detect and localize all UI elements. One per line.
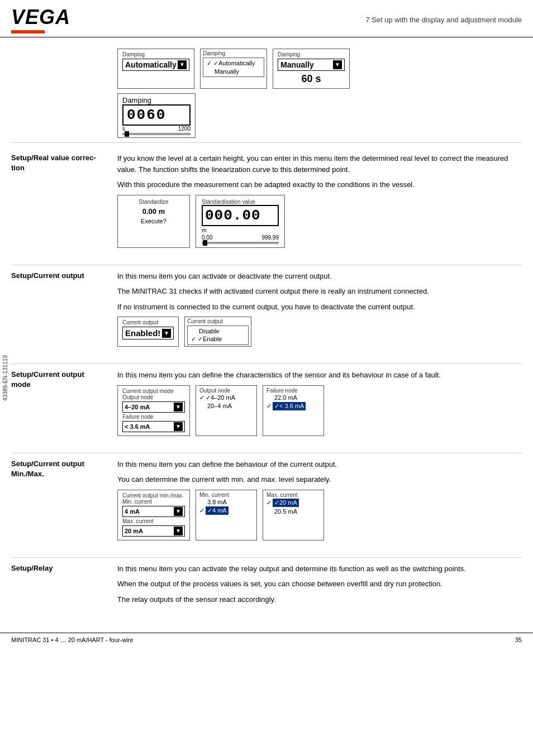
- minmax-title1: Current output min./max.: [122, 492, 185, 499]
- damping-menu-manual[interactable]: Manually: [207, 68, 260, 75]
- std-value: 0.00 m: [123, 207, 184, 216]
- max-menu-val2[interactable]: 20.5 mA: [266, 508, 320, 515]
- std-label: Standardize: [123, 199, 184, 205]
- min-menu-val2[interactable]: ✓4 mA: [199, 506, 253, 515]
- damping-sixty-s: 60 s: [278, 73, 345, 85]
- com-val1-row[interactable]: 4–20 mA ▼: [122, 401, 185, 413]
- com-val2-row[interactable]: < 3.6 mA ▼: [122, 421, 185, 432]
- min-menu-label: Min. current: [199, 492, 253, 498]
- minmax-text2: You can determine the current with min. …: [117, 474, 522, 485]
- std-unit: m: [202, 227, 206, 233]
- com-widgets: Current output mode Output node 4–20 mA …: [117, 385, 522, 436]
- page-body: Damping Automatically ▼ Damping ✓Automat…: [0, 37, 533, 627]
- damping-menu-label: Damping: [203, 50, 264, 56]
- com-arrow1: ▼: [174, 403, 183, 412]
- co-menu: Disable ✓Enable: [187, 326, 249, 345]
- minmax-max-row[interactable]: 20 mA ▼: [122, 525, 185, 537]
- std-slider[interactable]: [202, 242, 279, 244]
- com-out-val1[interactable]: ✓4–20 mA: [199, 394, 253, 402]
- co-menu-box: Current output Disable ✓Enable: [184, 317, 251, 347]
- minmax-max-menu: Max. current ✓20 mA 20.5 mA: [263, 490, 324, 540]
- com-f1[interactable]: 22.0 mA: [266, 394, 320, 401]
- damping-num-label: Damping: [122, 96, 191, 104]
- damping-widget-manually: Damping Manually ▼ 60 s: [273, 49, 350, 89]
- damping-slider-track[interactable]: [122, 133, 191, 135]
- damping-value-1: Automatically: [125, 60, 177, 69]
- minmax-max-val: 20 mA: [125, 528, 143, 534]
- damping-label-1: Damping: [122, 51, 189, 58]
- damping-dropdown-2[interactable]: Manually ▼: [278, 59, 345, 71]
- co-value-text: Enabled!: [125, 328, 160, 338]
- minmax-min-val: 4 mA: [125, 508, 140, 515]
- real-value-section: Setup/Real value correc-tion If you know…: [11, 147, 522, 252]
- com-output-menu: Output node ✓4–20 mA 20–4 mA: [196, 385, 257, 436]
- com-out-val2[interactable]: 20–4 mA: [199, 402, 253, 410]
- dropdown-arrow-1: ▼: [178, 60, 187, 69]
- minmax-min-row[interactable]: 4 mA ▼: [122, 506, 185, 517]
- damping-range-max: 1200: [178, 126, 191, 132]
- com-content: In this menu item you can define the cha…: [117, 370, 522, 441]
- minmax-min-menu: Min. current 3.8 mA ✓4 mA: [196, 490, 257, 540]
- minmax-section: Setup/Current outputMin./Max. In this me…: [11, 453, 522, 545]
- logo-bar: [11, 30, 45, 34]
- real-value-content: If you know the level at a certain heigh…: [117, 153, 522, 252]
- side-label: 43389-EN-131119: [2, 355, 8, 401]
- com-title1a: Current output mode: [122, 388, 185, 394]
- main-content: Damping Automatically ▼ Damping ✓Automat…: [11, 37, 522, 627]
- com-f2[interactable]: ✓< 3.6 mA: [266, 401, 320, 411]
- relay-content: In this menu item you can activate the r…: [117, 563, 522, 610]
- current-output-content: In this menu item you can activate or de…: [117, 271, 522, 352]
- damping-value-2: Manually: [280, 60, 314, 69]
- com-val1: 4–20 mA: [125, 404, 150, 410]
- damping-menu-auto[interactable]: ✓Automatically: [207, 59, 260, 68]
- dropdown-arrow-2: ▼: [333, 60, 342, 69]
- co-arrow: ▼: [162, 329, 171, 338]
- page-header: VEGA 7 Set up with the display and adjus…: [0, 0, 533, 37]
- minmax-text1: In this menu item you can define the beh…: [117, 459, 522, 470]
- std-execute[interactable]: Execute?: [123, 218, 184, 224]
- footer-left: MINITRAC 31 • 4 … 20 mA/HART - four-wire: [11, 637, 134, 643]
- co-text3: If no instrument is connected to the cur…: [117, 302, 522, 313]
- relay-heading: Setup/Relay: [11, 563, 117, 610]
- damping-num-sub: s 1200: [122, 126, 191, 132]
- damping-widget-auto: Damping Automatically ▼: [117, 49, 194, 89]
- minmax-max-label: Max. current: [122, 518, 185, 524]
- page-footer: MINITRAC 31 • 4 … 20 mA/HART - four-wire…: [0, 633, 533, 647]
- damping-menu: ✓Automatically Manually: [203, 58, 264, 77]
- std-num-sub: m: [202, 227, 279, 233]
- current-output-heading: Setup/Current output: [11, 271, 117, 352]
- co-menu-enable[interactable]: ✓Enable: [191, 335, 245, 343]
- std-val-label: Standardisation value: [202, 199, 279, 205]
- damping-num-display[interactable]: 0060: [122, 104, 191, 126]
- com-section: Setup/Current outputmode In this menu it…: [11, 364, 522, 441]
- std-slider-handle[interactable]: [203, 240, 207, 246]
- damping-dropdown-1[interactable]: Automatically ▼: [122, 59, 189, 71]
- real-value-text2: With this procedure the measurement can …: [117, 179, 522, 190]
- damping-num-box: Damping 0060 s 1200: [117, 93, 196, 138]
- co-menu-label: Current output: [187, 318, 249, 324]
- max-menu-val1[interactable]: ✓20 mA: [266, 498, 320, 508]
- com-text1: In this menu item you can define the cha…: [117, 370, 522, 381]
- com-box1: Current output mode Output node 4–20 mA …: [117, 385, 190, 436]
- com-failure-label: Failure node: [266, 387, 320, 394]
- std-num-box: Standardisation value 000.00 m 0.00 999.…: [196, 195, 285, 248]
- damping-slider-handle[interactable]: [125, 131, 129, 137]
- std-num-display[interactable]: 000.00: [202, 205, 279, 226]
- max-menu-label: Max. current: [266, 492, 320, 498]
- minmax-widgets: Current output min./max. Min. current 4 …: [117, 490, 522, 540]
- co-menu-disable[interactable]: Disable: [191, 327, 245, 335]
- minmax-min-label: Min. current: [122, 499, 185, 505]
- co-text2: The MINITRAC 31 checks if with activated…: [117, 286, 522, 297]
- com-title1b: Output node: [122, 394, 185, 400]
- com-title1c: Failure node: [122, 414, 185, 420]
- minmax-content: In this menu item you can define the beh…: [117, 459, 522, 545]
- relay-text1: In this menu item you can activate the r…: [117, 563, 522, 575]
- damping-widgets-area: Damping Automatically ▼ Damping ✓Automat…: [117, 49, 522, 138]
- logo: VEGA: [11, 6, 70, 29]
- damping-row2: Damping 0060 s 1200: [117, 93, 522, 138]
- min-menu-val1[interactable]: 3.8 mA: [199, 498, 253, 506]
- com-val2: < 3.6 mA: [125, 423, 150, 430]
- co-value[interactable]: Enabled! ▼: [122, 327, 174, 339]
- damping-widget-menu: Damping ✓Automatically Manually: [200, 49, 267, 89]
- minmax-heading: Setup/Current outputMin./Max.: [11, 459, 117, 545]
